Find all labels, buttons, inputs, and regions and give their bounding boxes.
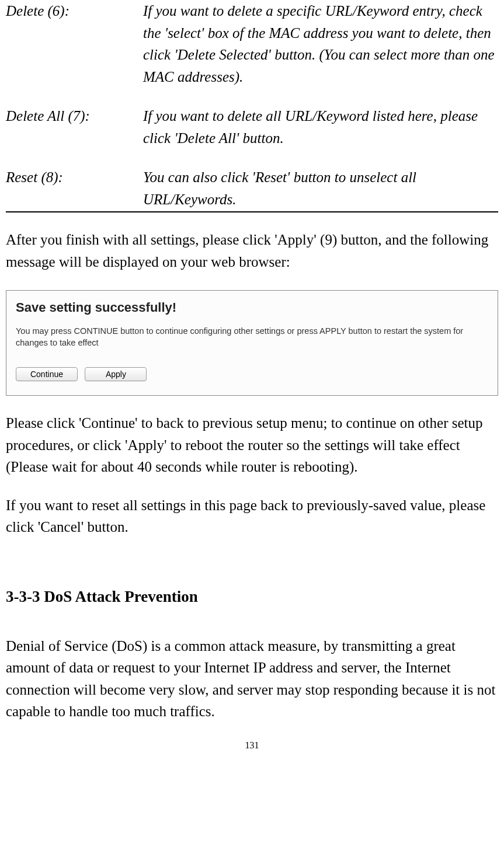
definition-row: Delete (6): If you want to delete a spec… <box>6 0 498 88</box>
definitions-table: Delete (6): If you want to delete a spec… <box>6 0 498 212</box>
dialog-title: Save setting successfully! <box>16 300 488 315</box>
definition-row: Reset (8): You can also click 'Reset' bu… <box>6 166 498 210</box>
definition-text: If you want to delete a specific URL/Key… <box>143 0 498 88</box>
definition-row: Delete All (7): If you want to delete al… <box>6 105 498 149</box>
paragraph-dos-intro: Denial of Service (DoS) is a common atta… <box>6 635 498 723</box>
definition-text: If you want to delete all URL/Keyword li… <box>143 105 498 149</box>
router-dialog-screenshot: Save setting successfully! You may press… <box>6 290 498 396</box>
definition-text: You can also click 'Reset' button to uns… <box>143 166 498 210</box>
section-heading: 3-3-3 DoS Attack Prevention <box>6 588 498 606</box>
definition-label: Delete All (7): <box>6 105 143 149</box>
dialog-button-row: Continue Apply <box>16 367 488 381</box>
paragraph-apply-instruction: After you finish with all settings, plea… <box>6 229 498 273</box>
dialog-message: You may press CONTINUE button to continu… <box>16 326 488 348</box>
definition-label: Reset (8): <box>6 166 143 210</box>
paragraph-cancel-instruction: If you want to reset all settings in thi… <box>6 494 498 538</box>
paragraph-continue-instruction: Please click 'Continue' to back to previ… <box>6 412 498 478</box>
page-number: 131 <box>6 740 498 751</box>
definition-label: Delete (6): <box>6 0 143 88</box>
apply-button[interactable]: Apply <box>85 367 147 381</box>
continue-button[interactable]: Continue <box>16 367 78 381</box>
